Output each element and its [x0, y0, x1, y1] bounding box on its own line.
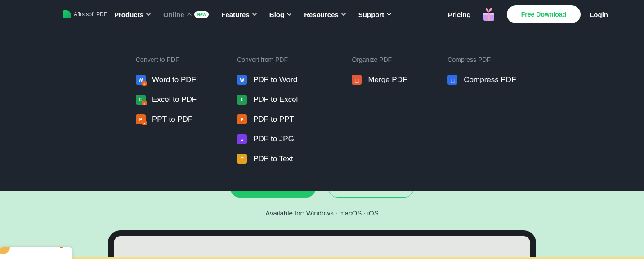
- menu-item-label: PDF to PPT: [253, 115, 294, 124]
- image-icon: ▲: [237, 134, 247, 144]
- megamenu-col-convert-from: Convert from PDF W PDF to Word E PDF to …: [237, 56, 298, 164]
- nav-products[interactable]: Products: [114, 11, 151, 18]
- menu-pdf-to-ppt[interactable]: P PDF to PPT: [237, 114, 298, 124]
- menu-item-label: Excel to PDF: [152, 95, 197, 104]
- merge-icon: ⬚: [352, 75, 362, 85]
- chevron-up-icon: [187, 12, 192, 17]
- available-platforms: Available for: Windows · macOS · iOS: [0, 209, 644, 217]
- badge-new: New: [194, 11, 209, 18]
- nav-products-label: Products: [114, 11, 143, 18]
- nav-pricing[interactable]: Pricing: [448, 11, 471, 18]
- nav-resources-label: Resources: [304, 11, 339, 18]
- gift-icon[interactable]: [480, 5, 498, 23]
- promo-popup[interactable]: [0, 247, 72, 259]
- promo-strip: [0, 257, 644, 259]
- menu-item-label: PDF to JPG: [253, 135, 294, 144]
- megamenu-col-convert-to: Convert to PDF W▸ Word to PDF E▸ Excel t…: [136, 56, 197, 164]
- main-nav: Products Online New Features Blog: [114, 11, 391, 18]
- menu-word-to-pdf[interactable]: W▸ Word to PDF: [136, 75, 197, 85]
- menu-item-label: PDF to Excel: [253, 95, 298, 104]
- nav-support[interactable]: Support: [358, 11, 392, 18]
- menu-pdf-to-jpg[interactable]: ▲ PDF to JPG: [237, 134, 298, 144]
- menu-compress-pdf[interactable]: ⬚ Compress PDF: [447, 75, 516, 85]
- menu-pdf-to-text[interactable]: T PDF to Text: [237, 154, 298, 164]
- menu-item-label: Merge PDF: [368, 75, 407, 84]
- menu-item-label: Compress PDF: [464, 75, 516, 84]
- chevron-down-icon: [252, 12, 257, 17]
- text-icon: T: [237, 154, 247, 164]
- chevron-down-icon: [341, 12, 346, 17]
- ppt-icon: P▸: [136, 114, 146, 124]
- excel-icon: E: [237, 95, 247, 105]
- word-icon: W: [237, 75, 247, 85]
- compress-icon: ⬚: [447, 75, 457, 85]
- free-download-button[interactable]: Free Download: [507, 5, 581, 23]
- menu-ppt-to-pdf[interactable]: P▸ PPT to PDF: [136, 114, 197, 124]
- word-icon: W▸: [136, 75, 146, 85]
- menu-pdf-to-excel[interactable]: E PDF to Excel: [237, 95, 298, 105]
- megamenu-col-title: Compress PDF: [447, 56, 516, 63]
- megamenu-col-title: Convert from PDF: [237, 56, 298, 63]
- top-header: Afirstsoft PDF Products Online New Featu…: [0, 0, 644, 29]
- chevron-down-icon: [287, 12, 291, 17]
- menu-item-label: PDF to Text: [253, 154, 293, 163]
- ppt-icon: P: [237, 114, 247, 124]
- nav-online[interactable]: Online New: [163, 11, 209, 18]
- online-megamenu: Convert to PDF W▸ Word to PDF E▸ Excel t…: [0, 29, 644, 191]
- login-link[interactable]: Login: [590, 11, 608, 18]
- chevron-down-icon: [387, 12, 391, 17]
- logo-icon: [63, 10, 71, 18]
- nav-resources[interactable]: Resources: [304, 11, 346, 18]
- brand-name: Afirstsoft PDF: [74, 11, 107, 18]
- menu-item-label: PDF to Word: [253, 75, 297, 84]
- header-right: Pricing Free Download Login: [448, 5, 608, 23]
- nav-blog[interactable]: Blog: [269, 11, 291, 18]
- menu-merge-pdf[interactable]: ⬚ Merge PDF: [352, 75, 407, 85]
- menu-pdf-to-word[interactable]: W PDF to Word: [237, 75, 298, 85]
- megamenu-col-title: Organize PDF: [352, 56, 407, 63]
- menu-excel-to-pdf[interactable]: E▸ Excel to PDF: [136, 95, 197, 105]
- megamenu-col-organize: Organize PDF ⬚ Merge PDF: [352, 56, 407, 164]
- nav-support-label: Support: [358, 11, 385, 18]
- nav-features-label: Features: [221, 11, 250, 18]
- megamenu-col-compress: Compress PDF ⬚ Compress PDF: [447, 56, 516, 164]
- device-mockup: [108, 230, 536, 259]
- nav-online-label: Online: [163, 11, 184, 18]
- svg-rect-2: [488, 13, 490, 21]
- chevron-down-icon: [146, 12, 151, 17]
- menu-item-label: Word to PDF: [152, 75, 196, 84]
- nav-blog-label: Blog: [269, 11, 284, 18]
- megamenu-col-title: Convert to PDF: [136, 56, 197, 63]
- menu-item-label: PPT to PDF: [152, 115, 192, 124]
- brand-logo[interactable]: Afirstsoft PDF: [63, 10, 107, 18]
- excel-icon: E▸: [136, 95, 146, 105]
- nav-features[interactable]: Features: [221, 11, 257, 18]
